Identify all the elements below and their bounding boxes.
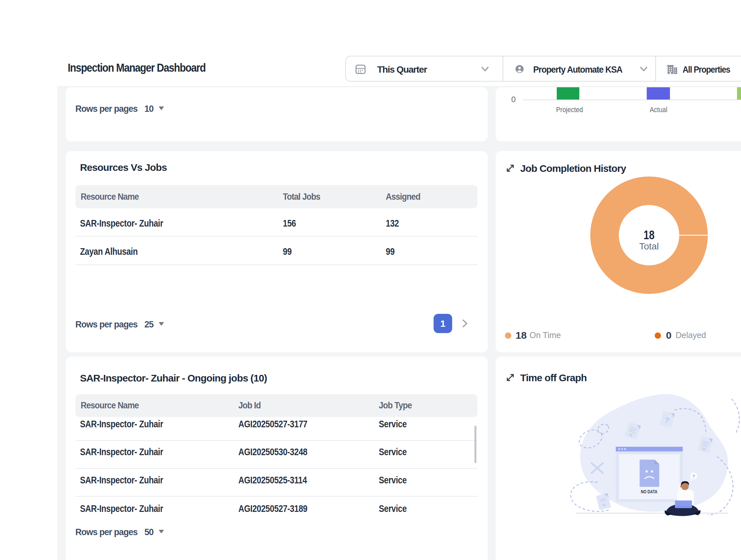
svg-text:?: ? [692, 473, 695, 479]
svg-text:NO DATA: NO DATA [641, 489, 657, 494]
